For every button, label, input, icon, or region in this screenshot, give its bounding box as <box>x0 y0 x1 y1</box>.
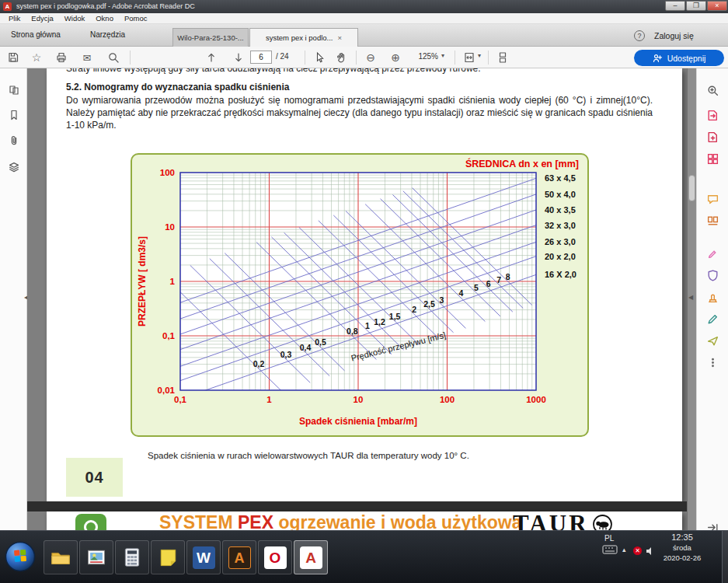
svg-text:32 x 3,0: 32 x 3,0 <box>545 221 576 230</box>
svg-text:63 x 4,5: 63 x 4,5 <box>545 173 576 183</box>
fill-sign-icon[interactable] <box>705 311 721 327</box>
zoom-in-icon[interactable]: ⊕ <box>387 49 404 66</box>
zoom-level-select[interactable]: 125% <box>410 52 438 61</box>
left-panel-rail <box>0 68 27 530</box>
page-thumbnails-icon[interactable] <box>6 82 21 97</box>
show-desktop-button[interactable] <box>722 531 728 583</box>
start-button[interactable] <box>5 541 36 572</box>
search-icon[interactable] <box>105 49 122 66</box>
taskbar-sticky-notes[interactable] <box>151 540 185 574</box>
action-center-icon[interactable]: ✕ <box>633 546 642 555</box>
share-button[interactable]: Udostępnij <box>634 50 724 66</box>
svg-text:Spadek ciśnienia [mbar/m]: Spadek ciśnienia [mbar/m] <box>299 416 417 427</box>
page-fit-caret-icon[interactable]: ▾ <box>478 52 481 59</box>
desktop: { "window": { "title": "system pex i pod… <box>0 0 728 583</box>
svg-text:2: 2 <box>412 305 416 314</box>
taskbar-illustrator[interactable]: A <box>222 540 256 574</box>
section-heading: 5.2. Nomogramy do wyznaczania spadku ciś… <box>66 82 289 93</box>
scroll-mode-icon[interactable] <box>494 49 511 66</box>
taskbar-windows-explorer[interactable] <box>44 540 78 574</box>
page-down-icon[interactable] <box>230 49 247 66</box>
doc-tab-active[interactable]: system pex i podlo... × <box>249 28 358 47</box>
chart-caption: Spadek ciśnienia w rurach wielowarstwowy… <box>148 451 469 460</box>
footer-rest-text: ogrzewanie i woda użytkowa <box>273 512 522 530</box>
tab-bar: Strona główna Narzędzia Wilo-Para-25-130… <box>0 24 728 47</box>
menu-edycja[interactable]: Edycja <box>26 14 59 23</box>
more-tools-icon[interactable] <box>705 354 721 371</box>
keyboard-icon[interactable] <box>602 545 618 554</box>
svg-text:0,3: 0,3 <box>280 350 292 359</box>
scrollbar-thumb[interactable] <box>688 175 695 201</box>
zoom-out-icon[interactable]: ⊖ <box>362 49 379 66</box>
svg-text:40 x 3,5: 40 x 3,5 <box>545 205 576 215</box>
tray-weekday: środa <box>657 543 707 552</box>
volume-icon[interactable] <box>646 546 655 556</box>
body-paragraph: Do wymiarowania przewodów można posłużyć… <box>66 94 653 131</box>
menu-okno[interactable]: Okno <box>90 14 119 23</box>
taskbar-photo-viewer[interactable] <box>79 540 113 574</box>
collapse-right-pane-icon[interactable]: ◀ <box>688 294 693 301</box>
email-icon[interactable]: ✉ <box>78 49 96 66</box>
svg-text:5: 5 <box>474 283 479 292</box>
doc-tab-wilo[interactable]: Wilo-Para-25-130-... <box>172 28 249 47</box>
combine-files-icon[interactable] <box>705 151 721 167</box>
maximize-button[interactable]: ❐ <box>686 1 706 11</box>
nomogram-chart-box: 63 x 4,550 x 4,040 x 3,532 x 3,026 x 3,0… <box>131 153 589 437</box>
bookmarks-icon[interactable] <box>6 107 21 122</box>
language-indicator[interactable]: PL <box>604 534 614 543</box>
taskbar-calculator[interactable] <box>115 540 149 574</box>
menu-plik[interactable]: Plik <box>3 14 26 23</box>
illustrator-icon: A <box>228 546 251 569</box>
taskbar-opera[interactable]: O <box>258 540 292 574</box>
photo-viewer-icon <box>85 546 107 568</box>
page-number-input[interactable]: 6 <box>250 51 272 64</box>
close-button[interactable]: × <box>707 1 727 11</box>
svg-text:100: 100 <box>160 168 175 177</box>
menu-widok[interactable]: Widok <box>59 14 90 23</box>
help-icon[interactable]: ? <box>634 30 645 41</box>
organize-pages-icon[interactable] <box>705 213 721 229</box>
page-up-icon[interactable] <box>203 49 220 66</box>
send-for-review-icon[interactable] <box>705 333 721 349</box>
page-fit-icon[interactable] <box>461 49 478 66</box>
taskbar-word[interactable]: W <box>186 540 221 574</box>
svg-text:10: 10 <box>354 395 364 404</box>
tab-tools[interactable]: Narzędzia <box>90 30 125 39</box>
clock[interactable]: 12:35 środa 2020-02-26 <box>657 532 707 562</box>
svg-text:0,01: 0,01 <box>158 386 176 395</box>
main-toolbar: ☆ ✉ 6 / 24 ⊖ ⊕ 125% ▾ ▾ Udostępnij <box>0 47 728 68</box>
create-pdf-icon[interactable] <box>705 129 721 145</box>
zoom-caret-icon[interactable]: ▾ <box>441 52 444 59</box>
protect-icon[interactable] <box>705 267 721 284</box>
footer-title: SYSTEM PEX ogrzewanie i woda użytkowa <box>159 512 522 530</box>
hidden-icons-arrow[interactable]: ▴ <box>622 546 626 553</box>
highlight-icon[interactable] <box>705 246 721 262</box>
export-pdf-icon[interactable] <box>705 107 721 124</box>
print-icon[interactable] <box>53 49 70 66</box>
sign-in-link[interactable]: Zaloguj się <box>654 31 694 40</box>
tab-home[interactable]: Strona główna <box>11 30 61 39</box>
star-icon[interactable]: ☆ <box>28 49 45 66</box>
menu-pomoc[interactable]: Pomoc <box>119 14 153 23</box>
acrobat-reader-icon: A <box>300 546 322 569</box>
tab-close-icon[interactable]: × <box>338 33 343 42</box>
svg-text:20 x 2,0: 20 x 2,0 <box>545 252 576 261</box>
comment-icon[interactable] <box>705 191 721 208</box>
svg-text:4: 4 <box>458 288 463 298</box>
svg-text:8: 8 <box>506 272 510 281</box>
svg-text:1: 1 <box>266 395 272 404</box>
stamp-icon[interactable] <box>705 289 721 305</box>
taskbar-acrobat-reader[interactable]: A <box>294 540 328 574</box>
svg-text:1000: 1000 <box>526 395 546 404</box>
document-page: Straty liniowe występują gdy siły tarcia… <box>47 68 682 501</box>
minimize-button[interactable]: – <box>665 1 685 11</box>
marquee-zoom-icon[interactable] <box>705 82 721 99</box>
svg-text:1: 1 <box>365 321 370 330</box>
save-icon[interactable] <box>5 49 22 66</box>
tray-date: 2020-02-26 <box>657 553 707 562</box>
svg-text:0,1: 0,1 <box>174 395 187 404</box>
layers-icon[interactable] <box>6 159 21 174</box>
attachments-icon[interactable] <box>6 133 21 148</box>
hand-tool-icon[interactable] <box>333 49 350 66</box>
pointer-tool-icon[interactable] <box>311 49 328 66</box>
